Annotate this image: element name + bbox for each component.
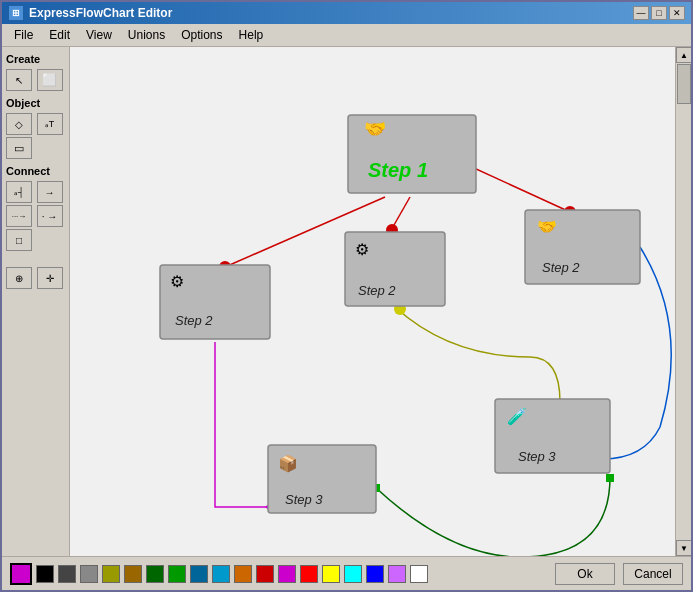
canvas-area[interactable]: 🤝 Step 1 ⚙ Step 2 ⚙ Step 2 🤝 Step 2 📦 St… [70, 47, 675, 556]
connect-tools: ₐ┤ → ···→ · → □ [6, 181, 65, 251]
scroll-down-button[interactable]: ▼ [676, 540, 691, 556]
color-red[interactable] [300, 565, 318, 583]
scroll-thumb[interactable] [677, 64, 691, 104]
color-darkgreen[interactable] [146, 565, 164, 583]
svg-text:⚙: ⚙ [355, 241, 369, 258]
svg-text:⚙: ⚙ [170, 273, 184, 290]
color-green[interactable] [168, 565, 186, 583]
arrow-tool[interactable]: → [37, 181, 63, 203]
line-tool[interactable]: ₐ┤ [6, 181, 32, 203]
extra-tools: ⊕ ✛ [6, 267, 65, 289]
object-tools: ◇ ₐT ▭ [6, 113, 65, 159]
svg-text:🤝: 🤝 [537, 217, 557, 236]
rect-tool[interactable]: ⬜ [37, 69, 63, 91]
main-window: ⊞ ExpressFlowChart Editor — □ ✕ File Edi… [0, 0, 693, 592]
color-purple[interactable] [388, 565, 406, 583]
svg-text:🤝: 🤝 [364, 118, 387, 140]
color-darkgray[interactable] [58, 565, 76, 583]
minimize-button[interactable]: — [633, 6, 649, 20]
scroll-up-button[interactable]: ▲ [676, 47, 691, 63]
ok-button[interactable]: Ok [555, 563, 615, 585]
diamond-tool[interactable]: ◇ [6, 113, 32, 135]
menu-view[interactable]: View [78, 26, 120, 44]
title-bar-left: ⊞ ExpressFlowChart Editor [8, 5, 172, 21]
color-yellow[interactable] [322, 565, 340, 583]
color-cyan[interactable] [344, 565, 362, 583]
close-button[interactable]: ✕ [669, 6, 685, 20]
flowchart-svg: 🤝 Step 1 ⚙ Step 2 ⚙ Step 2 🤝 Step 2 📦 St… [70, 47, 675, 556]
scroll-track[interactable] [676, 63, 691, 540]
title-controls: — □ ✕ [633, 6, 685, 20]
object-label: Object [6, 97, 65, 109]
box-link-tool[interactable]: □ [6, 229, 32, 251]
svg-rect-11 [606, 474, 614, 482]
svg-text:Step 3: Step 3 [285, 492, 323, 507]
app-icon: ⊞ [8, 5, 24, 21]
color-cyan-dark[interactable] [212, 565, 230, 583]
svg-text:Step 2: Step 2 [175, 313, 213, 328]
active-color-swatch[interactable] [10, 563, 32, 585]
text-tool[interactable]: ₐT [37, 113, 63, 135]
menu-edit[interactable]: Edit [41, 26, 78, 44]
dot-tool[interactable]: · → [37, 205, 63, 227]
color-olive[interactable] [102, 565, 120, 583]
color-teal[interactable] [190, 565, 208, 583]
window-title: ExpressFlowChart Editor [29, 6, 172, 20]
svg-text:Step 2: Step 2 [358, 283, 396, 298]
cancel-button[interactable]: Cancel [623, 563, 683, 585]
scrollbar-vertical[interactable]: ▲ ▼ [675, 47, 691, 556]
main-area: Create ↖ ⬜ Object ◇ ₐT ▭ Connect ₐ┤ → ··… [2, 47, 691, 556]
bottom-buttons: Ok Cancel [555, 563, 683, 585]
menu-bar: File Edit View Unions Options Help [2, 24, 691, 47]
menu-unions[interactable]: Unions [120, 26, 173, 44]
zoom-tool[interactable]: ⊕ [6, 267, 32, 289]
title-bar: ⊞ ExpressFlowChart Editor — □ ✕ [2, 2, 691, 24]
svg-text:📦: 📦 [278, 454, 298, 473]
color-white[interactable] [410, 565, 428, 583]
color-brown[interactable] [124, 565, 142, 583]
menu-help[interactable]: Help [231, 26, 272, 44]
maximize-button[interactable]: □ [651, 6, 667, 20]
move-tool[interactable]: ✛ [37, 267, 63, 289]
select-tool[interactable]: ↖ [6, 69, 32, 91]
sidebar: Create ↖ ⬜ Object ◇ ₐT ▭ Connect ₐ┤ → ··… [2, 47, 70, 556]
dot-line-tool[interactable]: ···→ [6, 205, 32, 227]
color-red-dark[interactable] [256, 565, 274, 583]
create-label: Create [6, 53, 65, 65]
svg-text:🧪: 🧪 [507, 407, 527, 426]
svg-text:Step 2: Step 2 [542, 260, 580, 275]
color-magenta[interactable] [278, 565, 296, 583]
create-tools: ↖ ⬜ [6, 69, 65, 91]
frame-tool[interactable]: ▭ [6, 137, 32, 159]
color-black[interactable] [36, 565, 54, 583]
bottom-bar: Ok Cancel [2, 556, 691, 590]
menu-options[interactable]: Options [173, 26, 230, 44]
color-gray[interactable] [80, 565, 98, 583]
svg-text:Step 3: Step 3 [518, 449, 556, 464]
color-blue[interactable] [366, 565, 384, 583]
color-orange[interactable] [234, 565, 252, 583]
connect-label: Connect [6, 165, 65, 177]
menu-file[interactable]: File [6, 26, 41, 44]
svg-text:Step 1: Step 1 [368, 159, 428, 181]
